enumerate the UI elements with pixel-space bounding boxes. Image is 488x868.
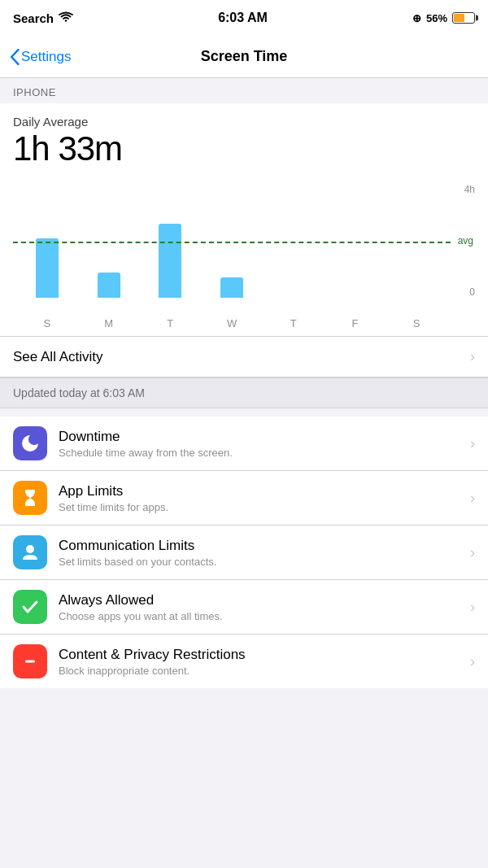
orientation-icon: ⊕ [412, 12, 421, 24]
wifi-icon [59, 11, 73, 25]
bar-col-f [325, 195, 386, 298]
nav-bar: Settings Screen Time [0, 36, 488, 78]
back-label: Settings [21, 49, 71, 65]
battery-percent: 56% [426, 12, 447, 24]
battery-fill [454, 14, 464, 22]
update-text: Updated today at 6:03 AM [13, 386, 145, 399]
bar-col-m [78, 195, 140, 298]
x-label-f: F [325, 317, 386, 329]
chevron-left-icon [10, 49, 20, 65]
person-icon [20, 542, 41, 563]
hourglass-icon [20, 487, 41, 508]
bar-col-s1 [16, 195, 78, 298]
back-button[interactable]: Settings [10, 49, 71, 65]
chart-y-label-0: 0 [469, 286, 475, 298]
bar-col-s2 [386, 195, 447, 298]
see-all-activity-label: See All Activity [13, 349, 470, 365]
bar-col-t2 [263, 195, 325, 298]
see-all-activity-row[interactable]: See All Activity › [0, 337, 488, 377]
content-privacy-row[interactable]: Content & Privacy Restrictions Block ina… [0, 635, 488, 688]
svg-rect-2 [25, 661, 35, 663]
bar-m [98, 273, 120, 299]
iphone-section-header: IPHONE [0, 78, 488, 103]
see-all-chevron-icon: › [470, 348, 475, 365]
content-privacy-title: Content & Privacy Restrictions [59, 647, 464, 663]
battery-icon [452, 12, 475, 24]
x-label-t1: T [139, 317, 201, 329]
app-limits-subtitle: Set time limits for apps. [59, 501, 464, 513]
app-limits-icon [13, 481, 47, 515]
avg-line: avg [13, 242, 451, 243]
checkmark-icon [20, 596, 41, 617]
update-banner: Updated today at 6:03 AM [0, 377, 488, 408]
status-time: 6:03 AM [218, 11, 268, 25]
communication-limits-icon [13, 535, 47, 569]
always-allowed-chevron-icon: › [470, 599, 475, 616]
content-privacy-text: Content & Privacy Restrictions Block ina… [59, 647, 464, 677]
always-allowed-icon [13, 590, 47, 624]
bar-w [220, 277, 243, 298]
communication-limits-row[interactable]: Communication Limits Set limits based on… [0, 526, 488, 580]
communication-limits-chevron-icon: › [470, 544, 475, 561]
menu-section: Downtime Schedule time away from the scr… [0, 417, 488, 688]
avg-label: avg [458, 235, 473, 246]
app-limits-row[interactable]: App Limits Set time limits for apps. › [0, 471, 488, 526]
usage-chart: 4h 0 avg [0, 176, 488, 336]
chart-y-label-4h: 4h [464, 184, 475, 195]
status-left: Search [13, 11, 73, 25]
always-allowed-text: Always Allowed Choose apps you want at a… [59, 592, 464, 622]
communication-limits-text: Communication Limits Set limits based on… [59, 538, 464, 568]
bar-s1 [36, 238, 59, 298]
moon-icon [20, 433, 41, 454]
x-label-s1: S [16, 317, 78, 329]
x-label-m: M [78, 317, 140, 329]
always-allowed-row[interactable]: Always Allowed Choose apps you want at a… [0, 580, 488, 635]
downtime-text: Downtime Schedule time away from the scr… [59, 429, 464, 459]
x-label-s2: S [386, 317, 447, 329]
x-label-t2: T [263, 317, 325, 329]
daily-average-value: 1h 33m [13, 130, 475, 168]
app-limits-chevron-icon: › [470, 490, 475, 507]
daily-average-label: Daily Average [13, 115, 475, 129]
app-limits-title: App Limits [59, 483, 464, 499]
downtime-row[interactable]: Downtime Schedule time away from the scr… [0, 417, 488, 471]
x-label-w: W [201, 317, 263, 329]
status-bar: Search 6:03 AM ⊕ 56% [0, 0, 488, 36]
always-allowed-title: Always Allowed [59, 592, 464, 608]
status-right: ⊕ 56% [412, 12, 475, 24]
x-labels: S M T W T F S [13, 317, 451, 329]
app-limits-text: App Limits Set time limits for apps. [59, 483, 464, 513]
carrier-label: Search [13, 11, 54, 25]
downtime-title: Downtime [59, 429, 464, 445]
bottom-spacer [0, 688, 488, 721]
bar-t1 [159, 224, 181, 298]
chart-wrap: 4h 0 avg [13, 184, 475, 314]
bar-col-w [201, 195, 263, 298]
downtime-subtitle: Schedule time away from the screen. [59, 447, 464, 459]
downtime-icon [13, 426, 47, 460]
content-privacy-subtitle: Block inappropriate content. [59, 665, 464, 677]
downtime-chevron-icon: › [470, 435, 475, 452]
no-entry-icon [20, 651, 41, 672]
content-privacy-chevron-icon: › [470, 653, 475, 670]
always-allowed-subtitle: Choose apps you want at all times. [59, 610, 464, 622]
bar-col-t1 [139, 195, 201, 298]
content-privacy-icon [13, 644, 47, 678]
communication-limits-subtitle: Set limits based on your contacts. [59, 556, 464, 568]
bars-row [13, 195, 451, 298]
daily-average-section: Daily Average 1h 33m [0, 103, 488, 176]
chart-bars-area: avg [13, 195, 451, 298]
page-title: Screen Time [201, 48, 288, 65]
communication-limits-title: Communication Limits [59, 538, 464, 554]
svg-point-0 [26, 545, 34, 553]
